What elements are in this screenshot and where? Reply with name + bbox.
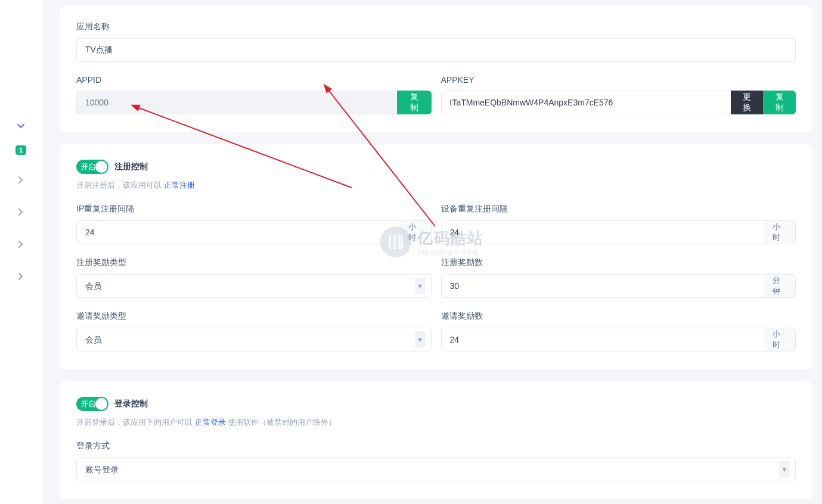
sidebar-toggle-icon[interactable] <box>14 119 28 133</box>
ip-interval-input[interactable] <box>76 220 400 244</box>
login-control-card: 开启 登录控制 开启登录后，该应用下的用户可以 正常登录 使用软件（被禁封的用户… <box>60 381 812 499</box>
invite-reward-type-label: 邀请奖励类型 <box>76 311 432 322</box>
switch-on-label: 开启 <box>76 399 95 409</box>
login-switch[interactable]: 开启 <box>76 397 108 411</box>
switch-knob <box>95 161 107 173</box>
login-method-label: 登录方式 <box>76 441 796 452</box>
sidebar-item-2[interactable] <box>14 205 28 219</box>
app-name-label: 应用名称 <box>76 21 796 32</box>
app-name-input[interactable] <box>76 38 796 62</box>
sidebar-item-4[interactable] <box>14 269 28 284</box>
switch-on-label: 开启 <box>76 162 95 172</box>
normal-register-link[interactable]: 正常注册 <box>164 181 195 189</box>
invite-reward-type-select[interactable]: 会员 <box>76 328 432 351</box>
reg-reward-type-select[interactable]: 会员 <box>76 274 432 298</box>
invite-reward-num-label: 邀请奖励数 <box>441 311 796 322</box>
normal-login-link[interactable]: 正常登录 <box>195 418 226 427</box>
register-control-title: 注册控制 <box>114 161 148 172</box>
ip-interval-unit: 小时 <box>400 220 432 244</box>
register-hint: 开启注册后，该应用可以 正常注册 <box>76 180 796 191</box>
appid-label: APPID <box>76 75 432 85</box>
sidebar: 1 <box>0 0 42 504</box>
register-switch[interactable]: 开启 <box>76 160 108 174</box>
appkey-input[interactable] <box>441 91 731 114</box>
device-interval-unit: 小时 <box>764 220 796 244</box>
appkey-copy-button[interactable]: 复制 <box>763 91 796 114</box>
device-interval-label: 设备重复注册间隔 <box>441 204 796 214</box>
sidebar-badge: 1 <box>15 145 26 155</box>
invite-reward-num-unit: 小时 <box>764 328 796 351</box>
register-control-card: 开启 注册控制 开启注册后，该应用可以 正常注册 IP重复注册间隔 小时 设备重… <box>60 144 812 369</box>
switch-knob <box>95 398 107 410</box>
invite-reward-num-input[interactable] <box>441 328 765 351</box>
reg-reward-num-label: 注册奖励数 <box>441 257 796 268</box>
appid-copy-button[interactable]: 复制 <box>397 91 431 114</box>
appkey-label: APPKEY <box>441 75 796 85</box>
app-info-card: 应用名称 APPID 复制 APPKEY 更换 复制 <box>60 6 812 132</box>
login-control-title: 登录控制 <box>114 399 148 409</box>
reg-reward-type-label: 注册奖励类型 <box>76 257 432 268</box>
appid-input <box>76 91 397 114</box>
main-content: 应用名称 APPID 复制 APPKEY 更换 复制 <box>42 0 822 504</box>
login-hint: 开启登录后，该应用下的用户可以 正常登录 使用软件（被禁封的用户除外） <box>76 417 796 428</box>
ip-interval-label: IP重复注册间隔 <box>76 204 432 214</box>
device-interval-input[interactable] <box>441 220 765 244</box>
sidebar-item-3[interactable] <box>14 237 28 251</box>
reg-reward-num-input[interactable] <box>441 274 765 298</box>
reg-reward-num-unit: 分钟 <box>764 274 796 298</box>
appkey-change-button[interactable]: 更换 <box>731 91 764 114</box>
sidebar-item-1[interactable] <box>14 173 28 187</box>
login-method-select[interactable]: 账号登录 <box>76 458 796 481</box>
